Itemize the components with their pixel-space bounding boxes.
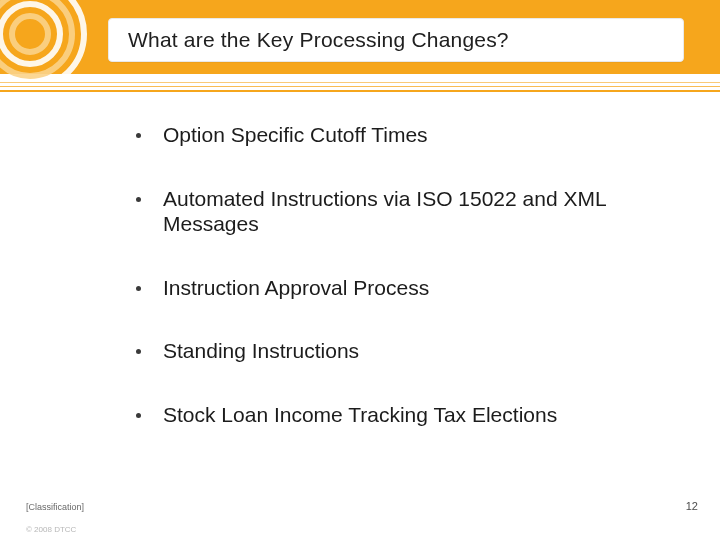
- svg-point-4: [12, 16, 48, 52]
- bullet-text: Standing Instructions: [163, 338, 359, 364]
- bullet-text: Option Specific Cutoff Times: [163, 122, 428, 148]
- logo-swirl-icon: [0, 0, 90, 80]
- bullet-icon: [136, 197, 141, 202]
- classification-label: [Classification]: [26, 502, 84, 512]
- page-number: 12: [686, 500, 698, 512]
- bullet-list: Option Specific Cutoff Times Automated I…: [136, 122, 676, 466]
- copyright-notice: © 2008 DTCC: [26, 525, 76, 534]
- bullet-icon: [136, 286, 141, 291]
- copyright-text: © 2008 DTCC: [26, 525, 76, 534]
- list-item: Option Specific Cutoff Times: [136, 122, 676, 148]
- list-item: Automated Instructions via ISO 15022 and…: [136, 186, 676, 237]
- slide-title: What are the Key Processing Changes?: [108, 18, 684, 62]
- bullet-icon: [136, 133, 141, 138]
- list-item: Standing Instructions: [136, 338, 676, 364]
- bullet-icon: [136, 349, 141, 354]
- bullet-text: Stock Loan Income Tracking Tax Elections: [163, 402, 557, 428]
- accent-stripes: [0, 80, 720, 100]
- list-item: Instruction Approval Process: [136, 275, 676, 301]
- bullet-icon: [136, 413, 141, 418]
- bullet-text: Automated Instructions via ISO 15022 and…: [163, 186, 676, 237]
- bullet-text: Instruction Approval Process: [163, 275, 429, 301]
- slide-title-text: What are the Key Processing Changes?: [128, 28, 509, 52]
- list-item: Stock Loan Income Tracking Tax Elections: [136, 402, 676, 428]
